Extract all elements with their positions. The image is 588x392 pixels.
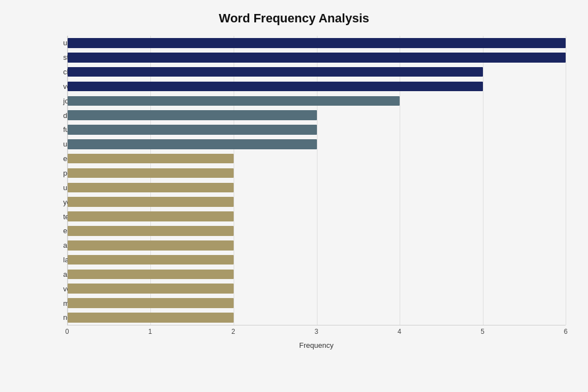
table-row: vote	[68, 79, 566, 94]
bar-wrap	[68, 238, 566, 253]
bar-neutral	[68, 313, 234, 323]
x-tick-3: 3	[315, 328, 319, 336]
bar-wrap	[68, 281, 566, 296]
bar-journal	[68, 96, 400, 106]
table-row: enact	[68, 224, 566, 238]
x-axis-label: Frequency	[67, 341, 566, 350]
table-row: alabama	[68, 267, 566, 282]
table-row: tennessee	[68, 209, 566, 224]
bar-drive	[68, 110, 317, 120]
bar-alabama	[68, 270, 234, 280]
x-axis: 0123456 Frequency	[67, 328, 566, 350]
bar-wrap	[68, 166, 566, 181]
grid-line	[566, 36, 566, 325]
table-row: union	[68, 36, 566, 50]
table-row: law	[68, 253, 566, 267]
x-ticks: 0123456	[67, 328, 566, 339]
table-row: chattanooga	[68, 65, 566, 79]
table-row: neutral	[68, 310, 566, 325]
bar-wrap	[68, 93, 566, 108]
bar-state	[68, 53, 566, 63]
bar-year	[68, 197, 234, 207]
bar-persuade	[68, 168, 234, 178]
table-row: uaw	[68, 137, 566, 152]
bar-uaw	[68, 139, 317, 149]
bar-wrap	[68, 65, 566, 79]
table-row: unions	[68, 180, 566, 195]
x-tick-6: 6	[564, 328, 568, 336]
bar-wrap	[68, 152, 566, 166]
bar-wrap	[68, 267, 566, 282]
x-tick-0: 0	[65, 328, 69, 336]
bar-editorial	[68, 154, 234, 164]
table-row: fund	[68, 122, 566, 137]
bars-section: unionstatechattanoogavotejournaldrivefun…	[67, 36, 566, 325]
bar-chattanooga	[68, 67, 483, 77]
bar-tennessee	[68, 211, 234, 221]
chart-container: Word Frequency Analysis unionstatechatta…	[0, 0, 588, 392]
x-tick-5: 5	[481, 328, 485, 336]
chart-title: Word Frequency Analysis	[22, 11, 566, 26]
bar-wrap	[68, 253, 566, 267]
bar-wrap	[68, 224, 566, 238]
bar-wrap	[68, 296, 566, 310]
bar-wrap	[68, 310, 566, 325]
bar-wrap	[68, 137, 566, 152]
bar-wrap	[68, 180, 566, 195]
table-row: persuade	[68, 166, 566, 181]
bar-unions	[68, 183, 234, 193]
x-tick-4: 4	[397, 328, 401, 336]
bar-fund	[68, 125, 317, 135]
table-row: volkswagen	[68, 281, 566, 296]
table-row: alec	[68, 238, 566, 253]
table-row: year	[68, 195, 566, 209]
bar-wrap	[68, 122, 566, 137]
bar-wrap	[68, 36, 566, 50]
bar-wrap	[68, 50, 566, 65]
bar-wrap	[68, 209, 566, 224]
bar-management	[68, 298, 234, 308]
bar-wrap	[68, 195, 566, 209]
bar-volkswagen	[68, 284, 234, 294]
bar-enact	[68, 226, 234, 236]
table-row: editorial	[68, 152, 566, 166]
x-tick-1: 1	[148, 328, 152, 336]
chart-area: unionstatechattanoogavotejournaldrivefun…	[67, 36, 566, 350]
bar-vote	[68, 82, 483, 92]
table-row: journal	[68, 93, 566, 108]
bar-law	[68, 255, 234, 265]
bar-alec	[68, 240, 234, 251]
table-row: drive	[68, 108, 566, 122]
bar-wrap	[68, 79, 566, 94]
table-row: state	[68, 50, 566, 65]
x-tick-2: 2	[231, 328, 235, 336]
bar-union	[68, 38, 566, 48]
table-row: management	[68, 296, 566, 310]
bar-wrap	[68, 108, 566, 122]
